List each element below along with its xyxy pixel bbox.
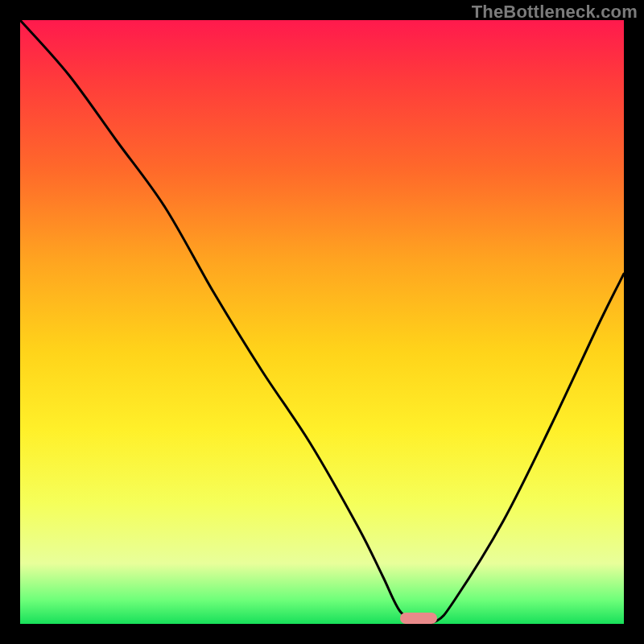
bottleneck-curve [20,20,624,624]
watermark-text: TheBottleneck.com [472,2,638,23]
chart-frame: TheBottleneck.com [0,0,644,644]
plot-area [20,20,624,624]
optimal-marker [400,613,437,624]
